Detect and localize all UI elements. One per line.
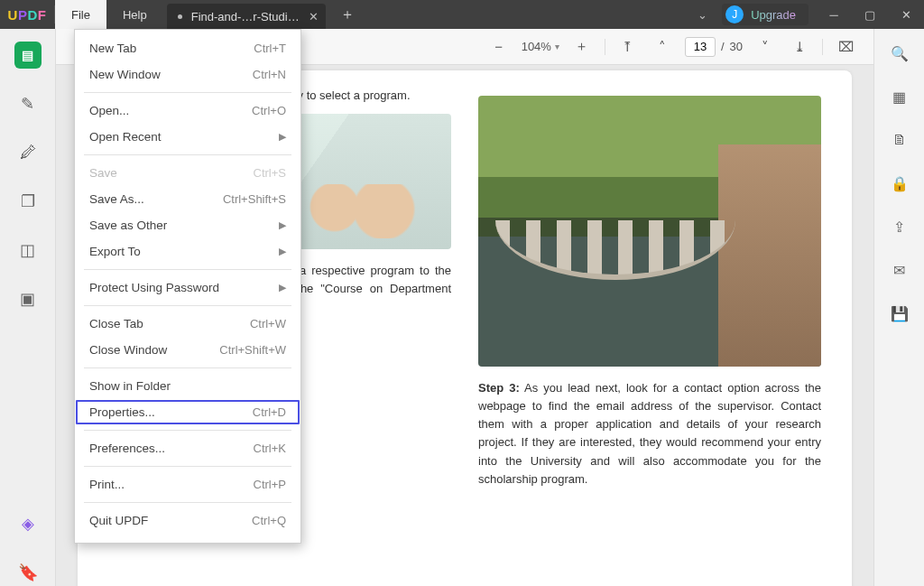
layers-icon[interactable]: ◈: [14, 510, 42, 537]
left-sidebar: ▤ ✎ 🖉 ❐ ◫ ▣ ◈ 🔖: [0, 29, 56, 586]
compress-icon[interactable]: 🗎: [888, 128, 911, 152]
menu-item-properties[interactable]: Properties...Ctrl+D: [75, 399, 300, 425]
body-text: Step 3: As you lead next, look for a con…: [478, 379, 821, 488]
menu-item-quit[interactable]: Quit UPDFCtrl+Q: [75, 507, 300, 534]
upgrade-label: Upgrade: [751, 8, 796, 22]
menu-item-open-recent[interactable]: Open Recent▶: [75, 124, 300, 150]
pdf-right-column: Step 3: As you lead next, look for a con…: [478, 87, 821, 586]
prev-page-icon[interactable]: ˄: [651, 35, 674, 59]
pages-icon[interactable]: ❐: [14, 188, 42, 215]
menu-item-close-tab[interactable]: Close TabCtrl+W: [75, 311, 300, 337]
tab-title: Find-and-…r-Studies: [191, 10, 300, 23]
presentation-icon[interactable]: ⌧: [834, 35, 857, 59]
document-tab[interactable]: Find-and-…r-Studies ✕: [167, 4, 326, 29]
menu-item-close-window[interactable]: Close WindowCtrl+Shift+W: [75, 337, 300, 363]
right-sidebar: 🔍 ▦ 🗎 🔒 ⇪ ✉ 💾: [873, 29, 924, 586]
zoom-value: 104%: [522, 40, 551, 53]
window-minimize-icon[interactable]: ─: [816, 0, 852, 29]
page-total: 30: [730, 40, 743, 53]
menu-item-save-as[interactable]: Save As...Ctrl+Shift+S: [75, 186, 300, 212]
chevron-right-icon: ▶: [279, 246, 286, 257]
bookmark-icon[interactable]: 🔖: [14, 559, 42, 586]
crop-icon[interactable]: ◫: [14, 237, 42, 264]
menu-help[interactable]: Help: [106, 0, 163, 29]
last-page-icon[interactable]: ⤓: [788, 35, 811, 59]
tab-close-icon[interactable]: ✕: [309, 10, 319, 23]
tabs-overflow-icon[interactable]: ⌄: [689, 0, 715, 29]
new-tab-button[interactable]: ＋: [335, 0, 360, 29]
menu-item-open[interactable]: Open...Ctrl+O: [75, 98, 300, 124]
photo-bridge: [478, 96, 821, 367]
menu-item-save-as-other[interactable]: Save as Other▶: [75, 212, 300, 238]
chevron-right-icon: ▶: [279, 282, 286, 293]
email-icon[interactable]: ✉: [888, 258, 911, 282]
next-page-icon[interactable]: ˅: [753, 35, 777, 59]
menu-item-preferences[interactable]: Preferences...Ctrl+K: [75, 435, 300, 461]
chevron-right-icon: ▶: [279, 219, 286, 231]
form-icon[interactable]: ▣: [14, 285, 42, 312]
upgrade-button[interactable]: J Upgrade: [722, 4, 808, 25]
page-input[interactable]: [685, 37, 716, 57]
zoom-level[interactable]: 104% ▾: [522, 40, 559, 53]
page-number-control: / 30: [685, 37, 743, 57]
user-avatar: J: [725, 5, 744, 23]
menu-item-export-to[interactable]: Export To▶: [75, 238, 300, 265]
menu-item-save: SaveCtrl+S: [75, 160, 300, 186]
first-page-icon[interactable]: ⤒: [616, 35, 640, 59]
file-menu-dropdown: New TabCtrl+T New WindowCtrl+N Open...Ct…: [74, 29, 301, 544]
separator: [605, 39, 605, 55]
menu-file[interactable]: File: [55, 0, 106, 29]
edit-text-icon[interactable]: 🖉: [14, 139, 42, 166]
menu-item-show-in-folder[interactable]: Show in Folder: [75, 373, 300, 399]
save-icon[interactable]: 💾: [888, 302, 911, 325]
menu-item-new-tab[interactable]: New TabCtrl+T: [75, 35, 300, 61]
separator: [822, 39, 823, 55]
menu-item-print[interactable]: Print...Ctrl+P: [75, 471, 300, 498]
menu-item-new-window[interactable]: New WindowCtrl+N: [75, 61, 300, 88]
search-icon[interactable]: 🔍: [888, 42, 911, 65]
protect-icon[interactable]: 🔒: [888, 172, 911, 195]
zoom-out-icon[interactable]: −: [487, 35, 511, 59]
ocr-icon[interactable]: ▦: [888, 85, 911, 108]
tab-indicator-icon: [178, 14, 182, 19]
chevron-down-icon: ▾: [555, 42, 559, 51]
annotate-icon[interactable]: ✎: [14, 90, 42, 117]
app-logo: UPDF: [0, 0, 54, 29]
share-icon[interactable]: ⇪: [888, 215, 911, 238]
reader-mode-icon[interactable]: ▤: [14, 42, 42, 69]
chevron-right-icon: ▶: [279, 131, 286, 143]
menu-item-protect[interactable]: Protect Using Password▶: [75, 274, 300, 301]
window-maximize-icon[interactable]: ▢: [852, 0, 888, 29]
page-sep: /: [721, 40, 725, 53]
zoom-in-icon[interactable]: ＋: [570, 35, 594, 59]
window-close-icon[interactable]: ✕: [888, 0, 924, 29]
